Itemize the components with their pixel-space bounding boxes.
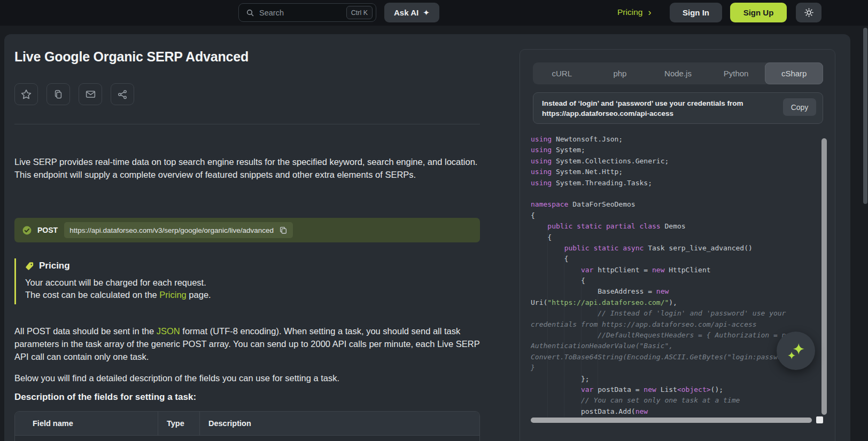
endpoint-url: https://api.dataforseo.com/v3/serp/googl… <box>69 226 274 234</box>
code-line: var postData = new List<object>(); <box>531 384 822 395</box>
code-line: Uri("https://api.dataforseo.com/"), <box>531 297 822 308</box>
endpoint-url-pill: https://api.dataforseo.com/v3/serp/googl… <box>64 222 293 238</box>
code-line: { <box>531 210 822 221</box>
page-scrollbar[interactable] <box>863 28 867 204</box>
pricing-callout-line1: Your account will be charged for each re… <box>25 277 474 289</box>
code-line: var httpClient = new HttpClient <box>531 265 822 275</box>
code-line: using Newtonsoft.Json; <box>531 134 822 145</box>
fields-heading: Description of the fields for setting a … <box>14 392 196 403</box>
http-method-badge: POST <box>37 226 58 234</box>
search-icon <box>246 9 254 17</box>
column-header-type: Type <box>158 412 200 435</box>
star-icon <box>20 89 32 100</box>
tab-nodejs[interactable]: Node.js <box>649 62 707 84</box>
ask-ai-button[interactable]: Ask AI ✦ <box>384 3 439 22</box>
code-line: // You can set only one task at a time <box>531 395 822 406</box>
fields-table: Field name Type Description <box>14 411 480 441</box>
tag-icon <box>25 262 34 271</box>
sign-up-button[interactable]: Sign Up <box>730 3 787 22</box>
credentials-notice: Instead of ‘login’ and ‘password’ use yo… <box>533 92 823 124</box>
code-line: { <box>531 232 822 243</box>
tab-python[interactable]: Python <box>707 62 765 84</box>
post-data-paragraph: All POST data should be sent in the JSON… <box>14 325 483 363</box>
column-header-field-name: Field name <box>15 412 158 435</box>
copy-url-icon[interactable] <box>279 226 288 234</box>
sign-in-button[interactable]: Sign In <box>670 3 722 22</box>
code-language-tabs: cURL php Node.js Python cSharp <box>533 62 823 84</box>
code-line: public static partial class Demos <box>531 221 822 232</box>
code-line: public static async Task serp_live_advan… <box>531 243 822 254</box>
scrollbar-corner <box>816 416 823 423</box>
check-circle-icon <box>22 225 32 235</box>
below-paragraph: Below you will find a detailed descripti… <box>14 372 483 384</box>
pricing-page-link[interactable]: Pricing <box>159 290 186 300</box>
code-line: BaseAddress = new <box>531 286 822 297</box>
email-button[interactable] <box>79 83 102 105</box>
ai-assistant-fab[interactable] <box>777 332 815 370</box>
code-line: } <box>531 363 822 373</box>
copy-code-button[interactable]: Copy <box>783 98 816 116</box>
page-action-bar <box>14 83 134 105</box>
sparkles-icon <box>785 340 807 362</box>
pricing-link-label: Pricing <box>617 7 642 17</box>
search-shortcut-badge: Ctrl K <box>346 6 373 19</box>
chevron-right-icon: › <box>648 9 651 16</box>
sun-icon <box>804 7 814 18</box>
column-header-description: Description <box>200 412 479 435</box>
code-line: }; <box>531 374 822 384</box>
json-link[interactable]: JSON <box>157 326 180 336</box>
envelope-icon <box>85 89 96 100</box>
code-horizontal-scrollbar[interactable] <box>531 418 812 423</box>
tab-php[interactable]: php <box>591 62 649 84</box>
credentials-notice-text: Instead of ‘login’ and ‘password’ use yo… <box>542 98 783 119</box>
main-card: Live Google Organic SERP Advanced Live S… <box>4 34 850 441</box>
code-line: { <box>531 254 822 264</box>
fields-table-header-row: Field name Type Description <box>15 412 479 436</box>
pricing-callout-line2: The cost can be calculated on the Pricin… <box>25 289 474 301</box>
pricing-link[interactable]: Pricing › <box>617 7 651 17</box>
code-line: credentials from https://app.dataforseo.… <box>531 319 822 330</box>
share-button[interactable] <box>111 83 134 105</box>
code-line: using System.Threading.Tasks; <box>531 178 822 188</box>
endpoint-bar: POST https://api.dataforseo.com/v3/serp/… <box>14 218 480 242</box>
search-input[interactable]: Search Ctrl K <box>238 3 376 22</box>
code-vertical-scrollbar[interactable] <box>821 138 827 415</box>
code-block[interactable]: using Newtonsoft.Json;using System;using… <box>531 134 822 441</box>
ask-ai-label: Ask AI <box>394 8 418 17</box>
code-line: using System; <box>531 145 822 155</box>
code-line: // Instead of 'login' and 'password' use… <box>531 308 822 319</box>
code-panel: cURL php Node.js Python cSharp Instead o… <box>520 49 835 441</box>
share-icon <box>117 89 128 100</box>
code-line: namespace DataForSeoDemos <box>531 199 822 210</box>
intro-paragraph: Live SERP provides real-time data on top… <box>14 155 483 182</box>
code-line <box>531 188 822 199</box>
fields-table-body <box>15 436 479 441</box>
code-line: postData.Add(new <box>531 406 822 417</box>
top-bar: Search Ctrl K Ask AI ✦ Pricing › Sign In… <box>0 0 868 26</box>
code-line: using System.Collections.Generic; <box>531 156 822 167</box>
page-title: Live Google Organic SERP Advanced <box>14 49 249 65</box>
pricing-callout-title: Pricing <box>39 261 70 271</box>
theme-toggle-button[interactable] <box>796 3 821 22</box>
copy-page-button[interactable] <box>46 83 70 105</box>
favorite-button[interactable] <box>14 83 38 105</box>
code-line: //DefaultRequestHeaders = { Authorizatio… <box>531 330 822 341</box>
tab-csharp[interactable]: cSharp <box>765 62 823 84</box>
search-placeholder: Search <box>259 9 346 17</box>
copy-icon <box>53 89 64 100</box>
code-line: { <box>531 275 822 286</box>
tab-curl[interactable]: cURL <box>533 62 591 84</box>
pricing-callout: Pricing Your account will be charged for… <box>14 258 474 304</box>
section-divider <box>14 124 480 124</box>
code-line: using System.Net.Http; <box>531 167 822 177</box>
sparkle-icon: ✦ <box>423 8 430 18</box>
